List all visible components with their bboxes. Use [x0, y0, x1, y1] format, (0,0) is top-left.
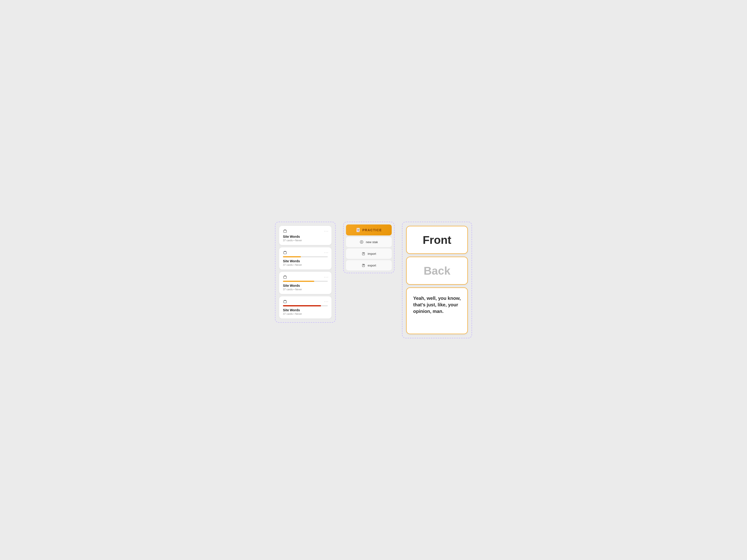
import-button[interactable]: import [346, 248, 392, 259]
svg-rect-1 [284, 252, 287, 254]
stack-card-1-header [283, 229, 328, 233]
stack-title-2: Site Words [283, 259, 328, 263]
flashcard-back[interactable]: Back [406, 257, 468, 285]
practice-button[interactable]: 🃏 PRACTICE [346, 224, 392, 235]
stack-title-3: Site Words [283, 284, 328, 288]
stack-meta-4: 37 cards • Never [283, 313, 328, 315]
stack-more-1[interactable]: ··· [324, 229, 329, 233]
export-icon [362, 263, 365, 267]
flashcard-front[interactable]: Front [406, 226, 468, 254]
deck-icon-3 [283, 275, 287, 279]
stack-more-2[interactable]: ··· [324, 250, 329, 255]
stack-card-4[interactable]: Site Words 37 cards • Never ··· [279, 296, 332, 319]
flashcard-content-text: Yeah, well, you know, that's just, like,… [413, 295, 461, 315]
progress-bar-2 [283, 256, 301, 257]
stack-meta-1: 37 cards • Never [283, 239, 328, 242]
practice-icon: 🃏 [356, 228, 360, 232]
export-label: export [368, 264, 376, 267]
practice-label: PRACTICE [362, 228, 382, 232]
actions-panel: 🃏 PRACTICE new stak import [343, 222, 394, 273]
stack-meta-2: 37 cards • Never [283, 263, 328, 266]
new-stak-button[interactable]: new stak [346, 237, 392, 247]
progress-bar-container-2 [283, 256, 328, 257]
stack-card-3-header [283, 275, 328, 279]
stack-more-3[interactable]: ··· [324, 275, 329, 279]
stack-card-4-header [283, 300, 328, 304]
export-button[interactable]: export [346, 260, 392, 270]
deck-icon-4 [283, 300, 287, 304]
plus-circle-icon [360, 240, 363, 244]
progress-bar-container-3 [283, 281, 328, 282]
cards-panel: Front Back Yeah, well, you know, that's … [402, 222, 472, 338]
stack-more-4[interactable]: ··· [324, 300, 329, 304]
deck-icon-1 [283, 229, 287, 233]
stack-card-1[interactable]: Site Words 37 cards • Never ··· [279, 226, 332, 245]
stacks-panel: Site Words 37 cards • Never ··· Site Wor… [275, 222, 336, 323]
progress-bar-3 [283, 281, 314, 282]
main-container: Site Words 37 cards • Never ··· Site Wor… [275, 222, 472, 338]
stack-card-2[interactable]: Site Words 37 cards • Never ··· [279, 247, 332, 269]
stack-title-1: Site Words [283, 235, 328, 238]
stack-card-3[interactable]: Site Words 37 cards • Never ··· [279, 272, 332, 294]
progress-bar-container-4 [283, 305, 328, 306]
flashcard-back-text: Back [424, 264, 450, 277]
stack-meta-3: 37 cards • Never [283, 288, 328, 291]
stack-card-2-header [283, 250, 328, 255]
flashcard-content[interactable]: Yeah, well, you know, that's just, like,… [406, 288, 468, 334]
deck-icon-2 [283, 250, 287, 255]
stack-title-4: Site Words [283, 308, 328, 312]
svg-rect-3 [284, 301, 287, 303]
progress-bar-4 [283, 305, 321, 306]
import-label: import [368, 252, 376, 256]
svg-rect-0 [284, 230, 287, 233]
flashcard-front-text: Front [423, 234, 452, 246]
import-icon [362, 252, 365, 256]
svg-rect-2 [284, 276, 287, 278]
new-stak-label: new stak [366, 240, 378, 244]
